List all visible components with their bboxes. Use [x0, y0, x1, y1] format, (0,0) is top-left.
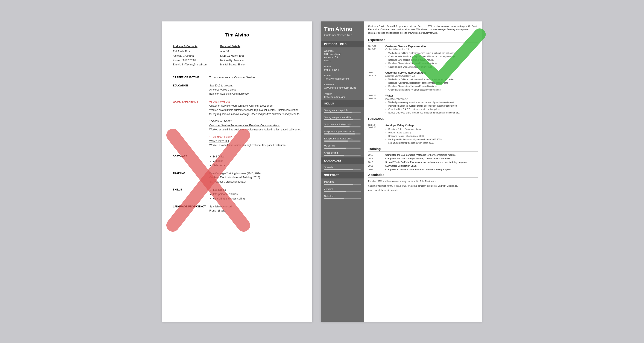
exp-dates-2: 2009-10 -2012-11	[368, 71, 385, 92]
skill-bar-fill-4	[324, 133, 355, 134]
skills-list: Leadership Interpersonal Abilities Up-se…	[209, 188, 302, 201]
soft-bar-fill-2	[324, 191, 346, 192]
skill-item-1: Leadership	[213, 188, 302, 192]
training-item-3: 2013 Scored 97% in On Point Electronics'…	[368, 161, 478, 163]
education-header: Education	[368, 117, 478, 122]
exp-bullet-2-3: Received "Associate of the Month" award …	[388, 85, 478, 88]
soft-bar-fill-1	[324, 184, 353, 185]
work-desc-1: Worked as a full time customer service r…	[209, 108, 302, 116]
skill-name-1: Strong leadership skills.	[324, 109, 361, 112]
exp-bullet-2-1: Worked as a full time customer service r…	[388, 78, 478, 81]
work-dates-3: 10-2009 to 11-2012	[209, 135, 302, 139]
right-resume: Tim Alvino Customer Service Rep Personal…	[321, 21, 482, 322]
training-item-2: On Point Electronics Internal Training (…	[209, 175, 302, 180]
exp-title-1: Customer Service Representative	[385, 45, 478, 48]
work-section: WORK EXPERIENCE 01-2013 to 03-2017 Custo…	[173, 100, 302, 151]
skill-bar-fill-6	[324, 148, 346, 149]
soft-zendesk: Zendesk	[321, 187, 364, 194]
personal-details-label: Personal Details	[220, 44, 244, 48]
edu-bullets-1: Received B.A. in Communications. Minor i…	[385, 128, 478, 145]
exp-details-1: Customer Service Representative On Point…	[385, 45, 478, 69]
training-text-3: Scored 97% in On Point Electronics' inte…	[385, 161, 478, 163]
skill-bar-fill-3	[324, 126, 350, 127]
training-year-1: 2015	[368, 154, 385, 156]
skill-item-3: Up-selling and cross-selling	[213, 197, 302, 201]
objective-section: CAREER OBJECTIVE To pursue a career in C…	[173, 75, 302, 80]
software-sidebar-header: Software	[321, 172, 364, 178]
right-name: Tim Alvino	[321, 26, 364, 33]
edu-degree: Bachelor Studies in Communication	[209, 92, 302, 96]
training-item-1: Dale Carnegie Training Modules (2015, 20…	[209, 171, 302, 175]
work-item-2: 10-2009 to 11-2012 Customer Service Repr…	[209, 119, 302, 132]
exp-bullets-3: Worked passionately in customer service …	[385, 101, 478, 115]
exp-bullet-1-2: Customer retention for my regulars was 3…	[388, 55, 478, 58]
training-label: TRAINING	[173, 171, 209, 184]
address-value: 831 Rasle RoadAlameda, CA94501	[324, 52, 361, 62]
city-state: Almeda, CA 94501	[173, 54, 207, 58]
exp-item-1: 2013-01 -2017-03 Customer Service Repres…	[368, 45, 478, 69]
exp-bullets-1: Worked as a full time customer service r…	[385, 51, 478, 69]
work-item-1: 01-2013 to 03-2017 Customer Service Repr…	[209, 100, 302, 116]
languages-header: Languages	[321, 157, 364, 164]
edu-bullet-1-5: Led a fundraiser for the local Green Tea…	[388, 141, 478, 145]
soft-bar-fill-3	[324, 198, 344, 199]
exp-bullet-2-2: Received "Customer Appreciation" bonus i…	[388, 81, 478, 85]
skill-name-7: Cross-selling	[324, 151, 361, 154]
edu-details-1: Antelope Valley College Received B.A. in…	[385, 124, 478, 145]
work-dates-1: 01-2013 to 03-2017	[209, 100, 302, 104]
software-item-3: Salesforce	[213, 163, 302, 168]
sidebar: Tim Alvino Customer Service Rep Personal…	[321, 21, 364, 322]
training-content: Dale Carnegie Training Modules (2015, 20…	[209, 171, 302, 184]
soft-bar-bg-3	[324, 198, 361, 199]
skill-bar-fill-1	[324, 112, 352, 113]
skills-content: Leadership Interpersonal Abilities Up-se…	[209, 188, 302, 201]
accolade-3: Associate of the month awards.	[368, 189, 478, 192]
skill-item-2: Interpersonal Abilities	[213, 192, 302, 196]
work-item-3: 10-2009 to 11-2012 Waiter, Pizza Hut Wor…	[209, 135, 302, 148]
contact-left: Address & Contacts 831 Rasle Road Almeda…	[173, 44, 207, 67]
exp-bullet-3-4: Named employee of the month three times …	[388, 111, 478, 115]
skill-bar-fill-2	[324, 119, 353, 120]
skills-label: SKILLS	[173, 188, 209, 201]
work-title-1: Customer Service Representative, On Poin…	[209, 104, 273, 107]
linkedin-label: LinkedIn	[324, 83, 361, 86]
lang-bar-fill-1	[324, 169, 353, 170]
edu-dates-1: 2005-09 -2009-05	[368, 124, 385, 145]
skill-bar-bg-2	[324, 119, 361, 120]
accolade-1: Received 99% positive customer survey re…	[368, 180, 478, 183]
main-content: Customer Service Rep with 8+ years exper…	[364, 21, 482, 322]
training-text-1: Completed the Dale Carnegie "Attitudes f…	[385, 154, 478, 156]
linkedin-field: LinkedIn www.linkedin.com/in/tim-alvino	[321, 82, 364, 91]
exp-details-3: Waiter Pizza Hut, Antelope, CA Worked pa…	[385, 94, 478, 115]
edu-dates: Sep 2015 to present	[209, 84, 302, 88]
skill-bar-bg-6	[324, 148, 361, 149]
contact-section: Address & Contacts 831 Rasle Road Almeda…	[173, 44, 302, 70]
experience-header: Experience	[368, 38, 478, 43]
accolade-2: Customer retention for my regulars was 3…	[368, 184, 478, 188]
exp-title-3: Waiter	[385, 94, 478, 97]
language-label: LANGUAGE PROFICIENCY	[173, 205, 209, 213]
skill-crossselling: Cross-selling	[321, 150, 364, 157]
work-desc-3: Worked as a full time waiter at a high-v…	[209, 143, 302, 147]
education-section: EDUCATION Sep 2015 to present Antelope V…	[173, 84, 302, 96]
training-year-4: 2011	[368, 165, 385, 167]
twitter-field: Twitter twitter.com/timalvino	[321, 91, 364, 100]
training-year-3: 2013	[368, 161, 385, 163]
left-name: Tim Alvino	[173, 32, 302, 38]
training-year-5: 2009	[368, 168, 385, 171]
soft-bar-bg-1	[324, 184, 361, 185]
exp-bullet-1-5: Speed on calls was 10% above team averag…	[388, 65, 478, 69]
exp-details-2: Customer Service Representative Excelsio…	[385, 71, 478, 92]
training-header: Training	[368, 147, 478, 152]
software-section: SOFTWARE MS Office Zendesk Salesforce	[173, 154, 302, 168]
exp-dates-3: 2005-06 -2009-09	[368, 94, 385, 115]
skill-bar-bg-3	[324, 126, 361, 127]
training-text-4: SCP Career Certification Exam	[385, 165, 478, 167]
training-item-5: 2009 Completed Excelsior Communications'…	[368, 168, 478, 171]
exp-company-2: Excelsior Communications, CA	[385, 75, 478, 77]
edu-bullet-1-3: Received Senior Scholar Award 2009.	[388, 134, 478, 138]
skill-complaint: Adept at complaint resolution.	[321, 129, 364, 136]
soft-name-1: MS Office	[324, 181, 361, 183]
age: Age: 32	[220, 49, 244, 54]
software-item-2: Zendesk	[213, 159, 302, 163]
